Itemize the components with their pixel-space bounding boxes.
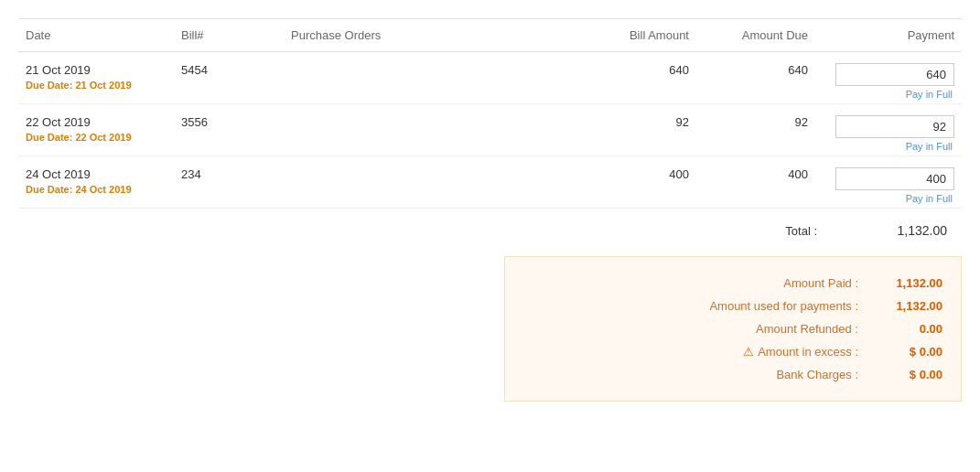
bank-charges-row: Bank Charges : $ 0.00	[523, 363, 942, 386]
row1-due-date: Due Date: 21 Oct 2019	[26, 80, 167, 91]
row2-due-label: Due Date:	[26, 132, 72, 143]
row3-due-value: 24 Oct 2019	[75, 184, 131, 195]
row1-due-label: Due Date:	[26, 80, 72, 91]
amount-paid-row: Amount Paid : 1,132.00	[523, 272, 942, 295]
row1-payment-input[interactable]	[835, 63, 954, 86]
row2-date: 22 Oct 2019	[26, 115, 167, 129]
amount-used-label: Amount used for payments :	[523, 299, 869, 313]
table-row: 21 Oct 2019 Due Date: 21 Oct 2019 5454 6…	[18, 52, 962, 104]
amount-refunded-row: Amount Refunded : 0.00	[523, 317, 942, 340]
row1-bill-amount: 640	[577, 63, 696, 77]
bank-charges-label: Bank Charges :	[523, 368, 869, 381]
row2-due-date: Due Date: 22 Oct 2019	[26, 132, 167, 143]
total-value: 1,132.00	[835, 223, 954, 238]
row1-due-value: 21 Oct 2019	[75, 80, 131, 91]
amount-excess-label-container: ⚠ Amount in excess :	[523, 345, 869, 359]
amount-refunded-value: 0.00	[869, 322, 942, 336]
table-row: 22 Oct 2019 Due Date: 22 Oct 2019 3556 9…	[18, 104, 962, 156]
header-bill-amount: Bill Amount	[577, 28, 696, 42]
row3-payment-cell: Pay in Full	[815, 167, 962, 204]
summary-section: Amount Paid : 1,132.00 Amount used for p…	[504, 256, 962, 402]
row2-amount-due: 92	[696, 115, 815, 129]
row2-date-cell: 22 Oct 2019 Due Date: 22 Oct 2019	[18, 115, 174, 143]
header-amount-due: Amount Due	[696, 28, 815, 42]
row3-bill-amount: 400	[577, 167, 696, 181]
row1-date-cell: 21 Oct 2019 Due Date: 21 Oct 2019	[18, 63, 174, 91]
header-payment: Payment	[815, 28, 962, 42]
row3-pay-in-full[interactable]: Pay in Full	[906, 193, 954, 204]
row3-date: 24 Oct 2019	[26, 167, 167, 181]
row1-date: 21 Oct 2019	[26, 63, 167, 77]
row2-pay-in-full[interactable]: Pay in Full	[906, 141, 954, 152]
table-header: Date Bill# Purchase Orders Bill Amount A…	[18, 18, 962, 52]
row3-date-cell: 24 Oct 2019 Due Date: 24 Oct 2019	[18, 167, 174, 195]
table-row: 24 Oct 2019 Due Date: 24 Oct 2019 234 40…	[18, 156, 962, 209]
row3-due-label: Due Date:	[26, 184, 72, 195]
row1-amount-due: 640	[696, 63, 815, 77]
bank-charges-value: $ 0.00	[869, 368, 942, 381]
row2-payment-input[interactable]	[835, 115, 954, 138]
row3-amount-due: 400	[696, 167, 815, 181]
row1-payment-cell: Pay in Full	[815, 63, 962, 100]
summary-wrapper: Amount Paid : 1,132.00 Amount used for p…	[18, 252, 962, 402]
row1-pay-in-full[interactable]: Pay in Full	[906, 89, 954, 100]
total-row: Total : 1,132.00	[18, 209, 962, 252]
amount-refunded-label: Amount Refunded :	[523, 322, 869, 336]
warning-icon: ⚠	[743, 345, 754, 359]
amount-excess-row: ⚠ Amount in excess : $ 0.00	[523, 340, 942, 363]
row2-payment-cell: Pay in Full	[815, 115, 962, 152]
header-date: Date	[18, 28, 174, 42]
row2-bill-amount: 92	[577, 115, 696, 129]
bills-table: Date Bill# Purchase Orders Bill Amount A…	[18, 18, 962, 402]
amount-paid-value: 1,132.00	[869, 276, 942, 290]
amount-used-value: 1,132.00	[869, 299, 942, 313]
header-purchase-orders: Purchase Orders	[284, 28, 577, 42]
row2-due-value: 22 Oct 2019	[75, 132, 131, 143]
row3-due-date: Due Date: 24 Oct 2019	[26, 184, 167, 195]
row3-payment-input[interactable]	[835, 167, 954, 190]
total-label: Total :	[785, 224, 817, 238]
row1-bill-num: 5454	[174, 63, 284, 77]
row3-bill-num: 234	[174, 167, 284, 181]
amount-paid-label: Amount Paid :	[523, 276, 869, 290]
amount-excess-label: Amount in excess :	[758, 345, 858, 359]
amount-used-row: Amount used for payments : 1,132.00	[523, 295, 942, 317]
header-bill: Bill#	[174, 28, 284, 42]
row2-bill-num: 3556	[174, 115, 284, 129]
amount-excess-value: $ 0.00	[869, 345, 942, 359]
